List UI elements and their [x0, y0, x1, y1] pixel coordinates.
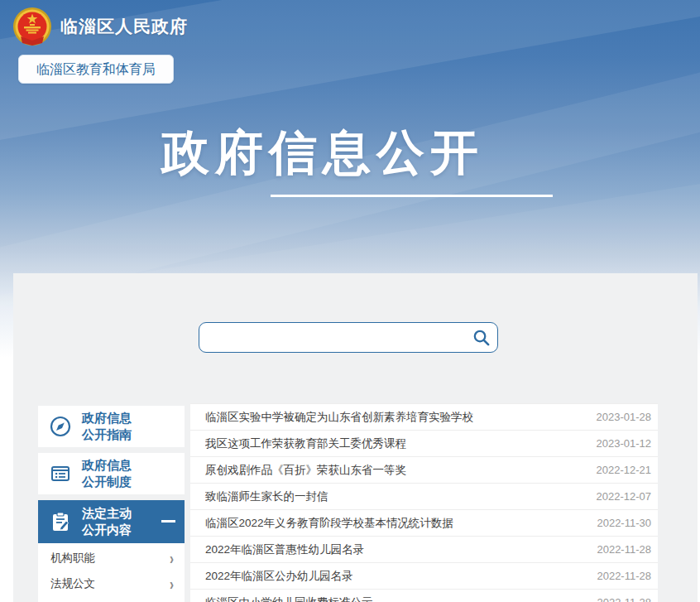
sidebar-subitem[interactable]: 法规公文›	[38, 571, 185, 596]
sidebar-menu: 政府信息公开指南政府信息公开制度法定主动公开内容机构职能›法规公文›	[38, 406, 185, 602]
sidebar-subitem-label: 法规公文	[50, 576, 95, 591]
clipboard-icon	[49, 510, 72, 533]
compass-icon	[49, 415, 72, 438]
news-row[interactable]: 我区这项工作荣获教育部关工委优秀课程2023-01-12	[190, 430, 658, 456]
sidebar-item-label: 政府信息公开制度	[82, 457, 132, 490]
site-header: 临淄区人民政府	[12, 7, 188, 46]
search-bar	[199, 322, 498, 353]
news-date: 2023-01-12	[587, 437, 652, 450]
news-title: 临淄区2022年义务教育阶段学校基本情况统计数据	[205, 516, 453, 531]
news-title: 我区这项工作荣获教育部关工委优秀课程	[205, 436, 406, 451]
news-title: 临淄区中小学幼儿园收费标准公示	[205, 595, 373, 602]
sidebar-item-label: 政府信息公开指南	[82, 410, 132, 443]
search-icon[interactable]	[472, 328, 491, 347]
news-date: 2022-11-28	[587, 596, 651, 602]
news-date: 2023-01-28	[587, 411, 652, 423]
sidebar-item[interactable]: 法定主动公开内容	[38, 500, 185, 543]
banner-title: 政府信息公开	[132, 121, 513, 185]
news-row[interactable]: 临淄区2022年义务教育阶段学校基本情况统计数据2022-11-30	[190, 509, 658, 536]
news-title: 2022年临淄区公办幼儿园名录	[205, 569, 353, 584]
sidebar-item[interactable]: 政府信息公开制度	[38, 453, 185, 494]
news-title: 2022年临淄区普惠性幼儿园名录	[205, 542, 364, 557]
news-row[interactable]: 临淄区中小学幼儿园收费标准公示2022-11-28	[190, 589, 658, 602]
news-date: 2022-11-28	[587, 570, 651, 582]
news-date: 2022-11-28	[587, 543, 651, 556]
news-row[interactable]: 2022年临淄区公办幼儿园名录2022-11-28	[190, 562, 658, 589]
news-row[interactable]: 致临淄师生家长的一封信2022-12-07	[190, 483, 658, 509]
news-row[interactable]: 2022年临淄区普惠性幼儿园名录2022-11-28	[190, 536, 658, 562]
news-row[interactable]: 原创戏剧作品《百折》荣获山东省一等奖2022-12-21	[190, 456, 658, 483]
national-emblem-icon	[12, 7, 52, 46]
content-panel: 政府信息公开指南政府信息公开制度法定主动公开内容机构职能›法规公文› 临淄区实验…	[13, 273, 698, 602]
news-title: 临淄区实验中学被确定为山东省创新素养培育实验学校	[205, 410, 473, 425]
news-date: 2022-12-07	[587, 490, 652, 503]
site-title: 临淄区人民政府	[60, 15, 188, 38]
chevron-right-icon: ›	[170, 574, 174, 592]
sidebar-item[interactable]: 政府信息公开指南	[38, 406, 185, 447]
news-title: 原创戏剧作品《百折》荣获山东省一等奖	[205, 463, 406, 478]
minus-icon	[161, 520, 175, 523]
chevron-right-icon: ›	[170, 548, 174, 566]
sidebar-item-label: 法定主动公开内容	[82, 505, 132, 538]
banner-underline	[271, 195, 553, 197]
news-date: 2022-11-30	[587, 517, 651, 529]
news-date: 2022-12-21	[587, 464, 652, 476]
search-input[interactable]	[199, 322, 498, 353]
news-list: 临淄区实验中学被确定为山东省创新素养培育实验学校2023-01-28我区这项工作…	[190, 403, 658, 602]
sidebar-submenu: 机构职能›法规公文›	[38, 543, 185, 602]
news-row[interactable]: 临淄区实验中学被确定为山东省创新素养培育实验学校2023-01-28	[190, 403, 658, 430]
sidebar-subitem-label: 机构职能	[50, 551, 95, 566]
sidebar-subitem[interactable]: 机构职能›	[38, 545, 185, 571]
document-icon	[49, 462, 72, 485]
department-button[interactable]: 临淄区教育和体育局	[18, 55, 174, 84]
page: 临淄区人民政府 临淄区教育和体育局 政府信息公开 政府信息公开指南政府信息公开制…	[0, 0, 700, 602]
news-title: 致临淄师生家长的一封信	[205, 489, 328, 504]
